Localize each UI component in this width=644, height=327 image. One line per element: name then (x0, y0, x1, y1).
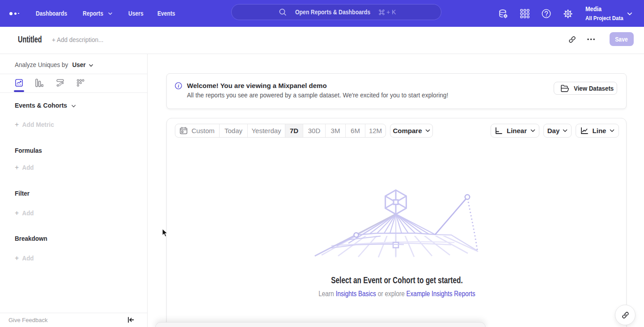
svg-text:i: i (178, 84, 179, 88)
